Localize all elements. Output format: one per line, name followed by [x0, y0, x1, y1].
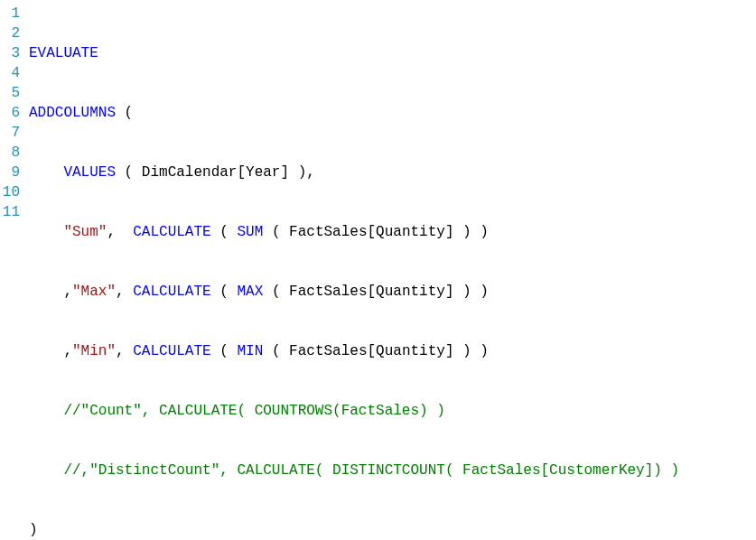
- token-plain: ,: [116, 343, 133, 359]
- code-line[interactable]: //,"DistinctCount", CALCULATE( DISTINCTC…: [29, 461, 752, 480]
- code-area[interactable]: EVALUATE ADDCOLUMNS ( VALUES ( DimCalend…: [25, 0, 756, 540]
- token-string: "Sum": [63, 224, 107, 240]
- token-plain: ( FactSales[Quantity] ) ): [263, 284, 489, 300]
- token-plain: ): [29, 522, 38, 538]
- code-line[interactable]: //"Count", CALCULATE( COUNTROWS(FactSale…: [29, 401, 752, 421]
- token-plain: ( DimCalendar[Year] ),: [116, 164, 315, 181]
- token-plain: [29, 224, 63, 240]
- token-keyword: CALCULATE: [133, 224, 210, 240]
- token-plain: (: [211, 224, 238, 240]
- token-comment: //,"DistinctCount", CALCULATE( DISTINCTC…: [63, 462, 679, 479]
- token-plain: (: [116, 105, 133, 121]
- code-line[interactable]: ,"Max", CALCULATE ( MAX ( FactSales[Quan…: [29, 282, 752, 302]
- code-line[interactable]: "Sum", CALCULATE ( SUM ( FactSales[Quant…: [29, 222, 752, 242]
- line-number-gutter: 1 2 3 4 5 6 7 8 9 10 11: [0, 0, 25, 540]
- token-plain: ,: [107, 224, 133, 240]
- line-number: 1: [2, 4, 20, 23]
- code-line[interactable]: VALUES ( DimCalendar[Year] ),: [29, 163, 752, 182]
- token-plain: (: [211, 343, 238, 359]
- token-string: "Min": [72, 343, 116, 359]
- line-number: 7: [2, 123, 20, 143]
- token-plain: ,: [29, 284, 72, 300]
- line-number: 5: [2, 83, 20, 103]
- line-number: 8: [2, 143, 20, 163]
- line-number: 10: [2, 182, 20, 202]
- token-comment: //"Count", CALCULATE( COUNTROWS(FactSale…: [63, 403, 444, 419]
- token-keyword: CALCULATE: [133, 284, 210, 300]
- token-string: "Max": [72, 284, 116, 300]
- line-number: 2: [2, 23, 20, 43]
- token-keyword: MIN: [237, 343, 263, 359]
- token-plain: ( FactSales[Quantity] ) ): [263, 224, 489, 240]
- line-number: 11: [2, 202, 20, 222]
- code-line[interactable]: ,"Min", CALCULATE ( MIN ( FactSales[Quan…: [29, 341, 752, 361]
- token-plain: ,: [29, 343, 72, 359]
- token-keyword: EVALUATE: [29, 45, 98, 61]
- line-number: 6: [2, 103, 20, 123]
- token-keyword: ADDCOLUMNS: [29, 105, 116, 121]
- token-plain: (: [211, 284, 238, 300]
- token-plain: [29, 462, 63, 479]
- token-plain: ( FactSales[Quantity] ) ): [263, 343, 489, 359]
- token-keyword: MAX: [237, 284, 263, 300]
- code-editor[interactable]: 1 2 3 4 5 6 7 8 9 10 11 EVALUATE ADDCOLU…: [0, 0, 756, 540]
- line-number: 9: [2, 163, 20, 182]
- token-keyword: SUM: [237, 224, 263, 240]
- token-plain: [29, 164, 63, 181]
- token-plain: [29, 403, 63, 419]
- token-keyword: VALUES: [63, 164, 116, 181]
- token-keyword: CALCULATE: [133, 343, 210, 359]
- line-number: 4: [2, 63, 20, 83]
- code-line[interactable]: ): [29, 520, 752, 540]
- code-line[interactable]: EVALUATE: [29, 43, 752, 63]
- line-number: 3: [2, 43, 20, 63]
- token-plain: ,: [116, 284, 133, 300]
- code-line[interactable]: ADDCOLUMNS (: [29, 103, 752, 123]
